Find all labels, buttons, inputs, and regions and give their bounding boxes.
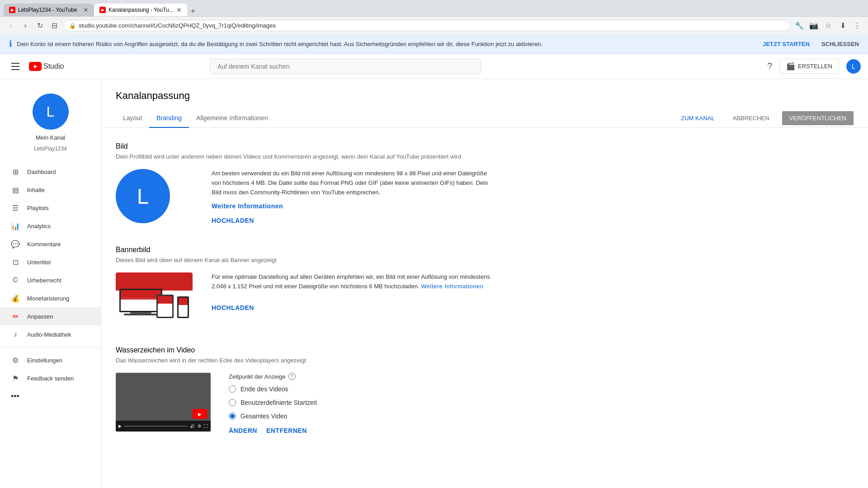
tab-close-2[interactable]: ✕ [176, 6, 182, 14]
bannerbild-section: Bannerbild Dieses Bild wird oben auf dei… [116, 246, 494, 324]
more-icon: ••• [11, 392, 19, 401]
bild-info-text: Am besten verwendest du ein Bild mit ein… [212, 169, 494, 197]
sidebar-item-analytics[interactable]: 📊 Analytics [0, 217, 101, 235]
bild-upload-button[interactable]: HOCHLADEN [212, 217, 254, 224]
radio-ende-label: Ende des Videos [241, 385, 288, 393]
create-button[interactable]: 🎬 ERSTELLEN [779, 59, 839, 74]
sidebar-item-feedback[interactable]: ⚑ Feedback senden [0, 369, 101, 387]
download-icon[interactable]: ⬇ [837, 20, 848, 31]
address-bar[interactable]: 🔒 studio.youtube.com/channel/UCocN6zQPHQ… [63, 20, 790, 31]
sidebar-item-label: Kommentare [27, 241, 61, 248]
watermark-badge: ▶ [193, 409, 207, 419]
video-controls-bar: ▶ 🔊 ⚙ ⛶ [116, 421, 211, 432]
page-title: Kanalanpassung [116, 90, 854, 102]
youtube-studio-logo[interactable]: Studio [29, 62, 64, 71]
monetarisierung-icon: 💰 [11, 294, 20, 303]
user-avatar[interactable]: L [846, 59, 861, 74]
tab-favicon-1: ▶ [9, 7, 15, 13]
veroeffentlichen-button[interactable]: VERÖFFENTLICHEN [782, 111, 854, 125]
channel-avatar[interactable]: L [33, 94, 69, 130]
security-cta-button[interactable]: JETZT STARTEN [763, 41, 810, 47]
sidebar-item-untertitel[interactable]: ⊡ Untertitel [0, 253, 101, 271]
sidebar-more-button[interactable]: ••• [0, 387, 101, 406]
radio-benutzerdefiniert[interactable]: Benutzerdefinierte Startzeit [229, 399, 494, 406]
bild-subtitle: Dein Profilbild wird unter anderem neben… [116, 153, 494, 160]
zum-kanal-button[interactable]: ZUM KANAL [675, 111, 720, 125]
extensions-icon[interactable]: 🔧 [794, 20, 805, 31]
reload-button[interactable]: ↻ [34, 20, 45, 31]
banner-text: Dein Konto ist einem höheren Risiko von … [17, 41, 758, 47]
play-icon[interactable]: ▶ [118, 424, 122, 428]
camera-icon[interactable]: 📷 [808, 20, 819, 31]
forward-button[interactable]: › [20, 20, 31, 31]
radio-ende[interactable]: Ende des Videos [229, 385, 494, 393]
bannerbild-upload-button[interactable]: HOCHLADEN [212, 304, 254, 311]
radio-benutzerdefiniert-input[interactable] [229, 399, 236, 406]
volume-icon[interactable]: 🔊 [190, 424, 195, 428]
page-tabs: Layout Branding Allgemeine Informationen… [101, 109, 868, 128]
app-wrapper: Studio ? 🎬 ERSTELLEN L L Mein Kanal Lets… [0, 54, 868, 488]
sidebar-item-anpassen[interactable]: ✏ Anpassen [0, 307, 101, 325]
main-layout: L Mein Kanal LetsPlay1234 ⊞ Dashboard ▤ … [0, 79, 868, 488]
abbrechen-button[interactable]: ABBRECHEN [727, 111, 775, 125]
inhalte-icon: ▤ [11, 185, 20, 194]
sidebar-item-audio[interactable]: ♪ Audio-Mediathek [0, 325, 101, 343]
zeitpunkt-help-icon[interactable]: ? [288, 373, 296, 380]
wasserzeichen-title: Wasserzeichen im Video [116, 346, 494, 354]
sidebar-item-playlists[interactable]: ☰ Playlists [0, 199, 101, 217]
search-input[interactable] [210, 59, 481, 74]
sidebar-item-label: Audio-Mediathek [27, 331, 71, 338]
aendern-button[interactable]: ÄNDERN [229, 427, 257, 434]
tab-allgemein[interactable]: Allgemeine Informationen [189, 109, 275, 128]
settings-icon[interactable]: ⚙ [198, 424, 201, 428]
radio-group: Ende des Videos Benutzerdefinierte Start… [229, 385, 494, 420]
progress-bar[interactable] [124, 426, 187, 427]
entfernen-button[interactable]: ENTFERNEN [266, 427, 307, 434]
url-text: studio.youtube.com/channel/UCocN6zQPHQZ_… [79, 22, 276, 29]
wasserzeichen-subtitle: Das Wasserzeichen wird in der rechten Ec… [116, 357, 494, 364]
bild-title: Bild [116, 142, 494, 150]
sidebar-item-label: Untertitel [27, 259, 51, 266]
bannerbild-more-info-link[interactable]: Weitere Informationen [421, 283, 483, 290]
create-label: ERSTELLEN [798, 63, 832, 70]
browser-tab-1[interactable]: ▶ LetsPlay1234 - YouTube ✕ [4, 4, 94, 16]
home-button[interactable]: ⊟ [49, 20, 60, 31]
lock-icon: 🔒 [69, 23, 76, 29]
bild-more-info-link[interactable]: Weitere Informationen [212, 202, 283, 210]
radio-benutzerdefiniert-label: Benutzerdefinierte Startzeit [241, 399, 317, 406]
sidebar-item-monetarisierung[interactable]: 💰 Monetarisierung [0, 289, 101, 307]
tab-layout[interactable]: Layout [116, 109, 149, 128]
sidebar-item-urheberrecht[interactable]: © Urheberrecht [0, 271, 101, 289]
back-button[interactable]: ‹ [5, 20, 16, 31]
tab-actions: ZUM KANAL ABBRECHEN VERÖFFENTLICHEN [675, 111, 854, 125]
menu-button[interactable] [7, 58, 24, 75]
radio-ende-input[interactable] [229, 385, 236, 393]
bild-section: Bild Dein Profilbild wird unter anderem … [116, 142, 494, 224]
fullscreen-icon[interactable]: ⛶ [204, 424, 208, 428]
wasserzeichen-preview-container: ▶ ▶ 🔊 ⚙ ⛶ [116, 373, 211, 432]
bannerbild-subtitle: Dieses Bild wird oben auf deinem Kanal a… [116, 257, 494, 263]
browser-tab-2[interactable]: ▶ Kanalanpassung - YouTu... ✕ [94, 4, 187, 16]
sidebar-item-dashboard[interactable]: ⊞ Dashboard [0, 163, 101, 181]
sidebar-item-label: Urheberrecht [27, 277, 61, 284]
bookmark-icon[interactable]: ☆ [823, 20, 834, 31]
radio-gesamtes[interactable]: Gesamtes Video [229, 413, 494, 420]
page-header: Kanalanpassung [101, 79, 868, 102]
playlists-icon: ☰ [11, 203, 20, 212]
search-bar[interactable] [210, 59, 481, 74]
sidebar: L Mein Kanal LetsPlay1234 ⊞ Dashboard ▤ … [0, 79, 101, 488]
sidebar-item-inhalte[interactable]: ▤ Inhalte [0, 181, 101, 199]
sidebar-item-label: Inhalte [27, 187, 45, 193]
tab-branding[interactable]: Branding [149, 109, 189, 128]
security-close-button[interactable]: SCHLIESSEN [821, 41, 859, 47]
new-tab-button[interactable]: + [187, 7, 199, 16]
tab-close-1[interactable]: ✕ [83, 6, 89, 14]
top-navbar: Studio ? 🎬 ERSTELLEN L [0, 54, 868, 79]
sidebar-item-kommentare[interactable]: 💬 Kommentare [0, 235, 101, 253]
menu-icon[interactable]: ⋮ [852, 20, 863, 31]
radio-gesamtes-input[interactable] [229, 413, 236, 420]
mobile-device [177, 296, 189, 318]
help-icon[interactable]: ? [767, 61, 772, 71]
sidebar-item-einstellungen[interactable]: ⚙ Einstellungen [0, 351, 101, 369]
sidebar-divider [0, 347, 101, 347]
